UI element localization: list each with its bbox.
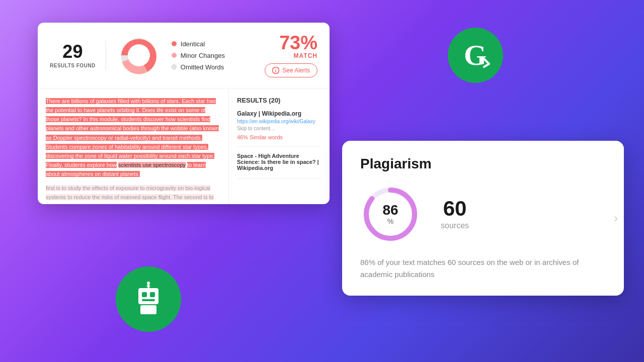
card-body: There are billions of galaxies filled wi…: [38, 88, 330, 204]
plagiarism-title: Plagiarism: [360, 156, 606, 172]
svg-rect-8: [142, 299, 155, 301]
legend-identical: Identical: [172, 40, 255, 48]
grammarly-icon: G: [448, 28, 503, 83]
donut-percent: 86: [382, 203, 398, 217]
next-arrow-icon[interactable]: ›: [614, 211, 618, 225]
plagiarism-description: 86% of your text matches 60 sources on t…: [360, 256, 606, 281]
robot-svg: [128, 279, 169, 319]
result1-similarity: 46% Similar words: [237, 134, 321, 140]
identical-dot: [172, 41, 177, 46]
legend: Identical Minor Changes Omitted Words: [172, 40, 255, 71]
svg-rect-7: [150, 292, 155, 297]
robot-icon: [116, 266, 181, 332]
sources-label: sources: [441, 221, 469, 230]
sources-number: 60: [441, 198, 469, 219]
info-icon: i: [272, 67, 279, 74]
plagiarism-result-card: Plagiarism 86 % 60 sources 86% of your t…: [342, 141, 624, 296]
match-section: 73% MATCH i See Alerts: [265, 33, 317, 77]
results-panel-title: RESULTS (20): [237, 97, 321, 104]
grammarly-g-svg: G: [458, 38, 493, 73]
svg-text:i: i: [275, 68, 277, 73]
svg-rect-5: [138, 288, 158, 304]
legend-omitted-words: Omitted Words: [172, 63, 255, 71]
donut-symbol: %: [382, 217, 398, 225]
donut-center: 86 %: [382, 203, 398, 225]
svg-point-10: [147, 282, 150, 285]
legend-minor-changes: Minor Changes: [172, 52, 255, 59]
donut-chart: 86 %: [360, 184, 421, 244]
omitted-words-dot: [172, 64, 177, 69]
text-panel: There are billions of galaxies filled wi…: [38, 88, 229, 204]
see-alerts-button[interactable]: i See Alerts: [265, 63, 317, 77]
svg-point-1: [128, 44, 150, 66]
match-percent: 73%: [265, 33, 317, 52]
result-item-1: Galaxy | Wikipedia.org https://en.wikipe…: [237, 110, 321, 147]
vertical-divider: [106, 40, 106, 70]
results-panel: RESULTS (20) Galaxy | Wikipedia.org http…: [229, 88, 330, 204]
result-item-2: Space - High Adventure Science: Is there…: [237, 153, 321, 179]
results-number: 29: [50, 43, 96, 61]
minor-changes-label: Minor Changes: [181, 52, 225, 59]
sources-stat: 60 sources: [441, 198, 469, 230]
omitted-words-label: Omitted Words: [181, 63, 224, 71]
result1-title: Galaxy | Wikipedia.org: [237, 110, 321, 117]
highlighted-text-5: first is to study the effects of exposur…: [46, 185, 214, 204]
card-header: 29 RESULTS FOUND Identical: [38, 23, 330, 88]
svg-rect-11: [140, 305, 156, 314]
highlighted-text-3: scientists use spectroscopy: [118, 162, 186, 168]
pie-svg: [116, 33, 162, 78]
highlighted-text-1: There are billions of galaxies filled wi…: [46, 98, 219, 141]
see-alerts-label: See Alerts: [282, 67, 310, 74]
identical-label: Identical: [181, 40, 205, 48]
results-count-section: 29 RESULTS FOUND: [50, 43, 96, 68]
minor-changes-dot: [172, 53, 177, 58]
svg-rect-6: [142, 292, 147, 297]
result1-url[interactable]: https://en.wikipedia.org/wiki/Galaxy: [237, 119, 321, 124]
result2-title: Space - High Adventure Science: Is there…: [237, 153, 321, 171]
plagiarism-stats: 86 % 60 sources: [360, 184, 606, 244]
plagiarism-checker-card: 29 RESULTS FOUND Identical: [38, 23, 330, 204]
pie-chart: [116, 33, 162, 78]
results-label: RESULTS FOUND: [50, 63, 96, 68]
match-label: MATCH: [265, 52, 317, 59]
result1-sub: Skip to content...: [237, 126, 321, 131]
